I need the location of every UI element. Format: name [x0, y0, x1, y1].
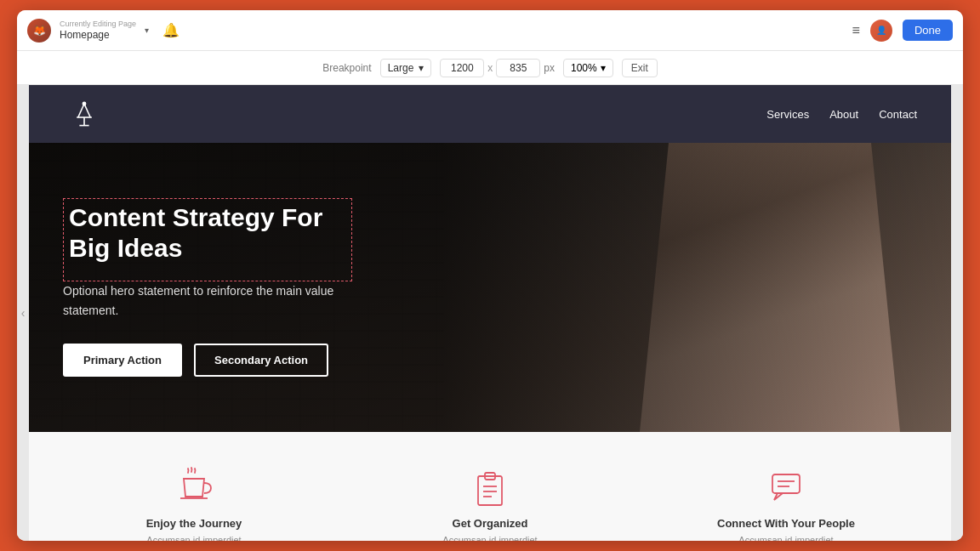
nav-logo [63, 97, 105, 131]
top-bar-right: ≡ 👤 Done [852, 20, 953, 42]
breakpoint-value: Large [388, 62, 414, 74]
dimension-inputs: x px [440, 59, 555, 77]
feature-item-3: Connect With Your People Accumsan id imp… [709, 466, 863, 541]
px-label: px [544, 62, 555, 74]
height-input[interactable] [496, 59, 540, 77]
top-bar: 🦊 Currently Editing Page Homepage ▾ 🔔 ≡ … [17, 10, 963, 51]
clipboard-icon [470, 466, 510, 507]
zoom-select[interactable]: 100% ▾ [563, 59, 613, 77]
hero-title: Content Strategy For Big Ideas [69, 202, 346, 264]
right-scrollbar[interactable] [951, 85, 963, 541]
done-button[interactable]: Done [903, 20, 953, 41]
svg-line-0 [78, 104, 84, 117]
breakpoint-chevron-icon: ▾ [419, 62, 424, 74]
left-handle[interactable]: ‹ [17, 85, 29, 541]
exit-button[interactable]: Exit [622, 59, 658, 77]
width-input[interactable] [440, 59, 484, 77]
hero-content: Content Strategy For Big Ideas Optional … [29, 164, 386, 411]
page-preview[interactable]: Services About Contact [29, 85, 951, 541]
preview-nav: Services About Contact [29, 85, 951, 143]
svg-line-1 [84, 104, 90, 117]
svg-point-5 [83, 102, 87, 106]
feature-1-title: Enjoy the Journey [146, 517, 242, 530]
feature-item-2: Get Organized Accumsan id imperdiet [413, 466, 567, 541]
dimension-separator: x [487, 62, 493, 74]
zoom-value: 100% [571, 62, 597, 74]
feature-item-1: Enjoy the Journey Accumsan id imperdiet [117, 466, 271, 541]
hero-title-selection-box: Content Strategy For Big Ideas [63, 198, 352, 281]
nav-link-services[interactable]: Services [766, 108, 809, 121]
canvas-area: ‹ [17, 85, 963, 541]
hero-subtitle: Optional hero statement to reinforce the… [63, 281, 352, 320]
breakpoint-label: Breakpoint [322, 62, 371, 74]
browser-chrome: 🦊 Currently Editing Page Homepage ▾ 🔔 ≡ … [17, 10, 963, 541]
nav-link-about[interactable]: About [829, 108, 858, 121]
feature-1-desc: Accumsan id imperdiet [146, 535, 241, 541]
breakpoint-select[interactable]: Large ▾ [380, 59, 432, 77]
chevron-down-icon[interactable]: ▾ [145, 26, 149, 35]
feature-2-title: Get Organized [453, 517, 528, 530]
feature-2-desc: Accumsan id imperdiet [442, 535, 537, 541]
primary-action-button[interactable]: Primary Action [63, 344, 182, 377]
chat-icon [766, 466, 806, 507]
nav-link-contact[interactable]: Contact [879, 108, 917, 121]
bell-icon[interactable]: 🔔 [162, 22, 179, 38]
hero-buttons: Primary Action Secondary Action [63, 344, 352, 377]
page-name: Homepage [60, 29, 136, 41]
toolbar-bar: Breakpoint Large ▾ x px 100% ▾ Exit [17, 51, 963, 85]
left-arrow-icon: ‹ [21, 306, 26, 320]
user-avatar[interactable]: 👤 [870, 20, 892, 42]
hero-section: Content Strategy For Big Ideas Optional … [29, 143, 951, 432]
page-label-group: Currently Editing Page Homepage [60, 20, 136, 41]
nav-links: Services About Contact [766, 108, 917, 121]
preview-inner: Services About Contact [29, 85, 951, 541]
feature-3-desc: Accumsan id imperdiet [738, 535, 833, 541]
feature-3-title: Connect With Your People [717, 517, 855, 530]
settings-lines-icon[interactable]: ≡ [852, 23, 860, 38]
secondary-action-button[interactable]: Secondary Action [194, 344, 328, 377]
currently-editing-label: Currently Editing Page [60, 20, 136, 29]
coffee-icon [174, 466, 214, 507]
avatar: 🦊 [27, 19, 51, 43]
svg-rect-12 [772, 474, 800, 493]
features-section: Enjoy the Journey Accumsan id imperdiet [29, 432, 951, 541]
svg-rect-7 [478, 476, 502, 505]
zoom-chevron-icon: ▾ [601, 62, 606, 74]
